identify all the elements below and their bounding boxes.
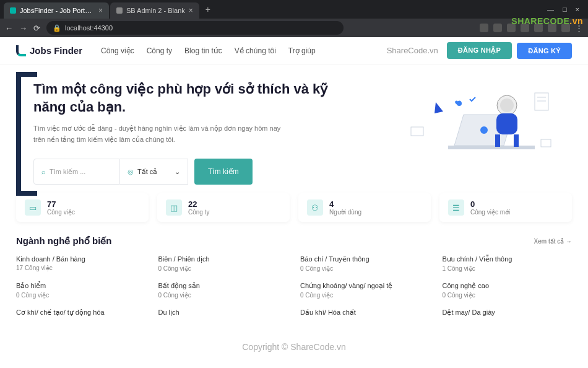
category-item[interactable]: Bất động sản0 Công việc: [158, 282, 288, 299]
category-item[interactable]: Dệt may/ Da giày: [443, 309, 573, 318]
svg-rect-13: [541, 139, 551, 147]
category-item[interactable]: Báo chí / Truyền thông0 Công việc: [300, 255, 430, 272]
nav-link-companies[interactable]: Công ty: [147, 46, 172, 55]
tab-title: JobsFinder - Job Portal Website T: [20, 7, 95, 14]
svg-rect-7: [514, 134, 519, 147]
forward-button[interactable]: →: [19, 24, 27, 33]
hero-section: Tìm một công việc phù hợp với sở thích v…: [0, 64, 588, 193]
stat-number: 4: [329, 199, 361, 209]
stat-number: 22: [188, 199, 209, 209]
nav-link-about[interactable]: Về chúng tôi: [235, 46, 276, 55]
browser-tabs-bar: JobsFinder - Job Portal Website T × SB A…: [0, 0, 588, 19]
nav-link-jobs[interactable]: Công việc: [101, 46, 134, 55]
svg-point-2: [480, 126, 488, 134]
url-text: localhost:44300: [65, 24, 113, 32]
document-icon: ☰: [448, 199, 464, 216]
lock-icon: 🔒: [53, 24, 61, 32]
minimize-button[interactable]: —: [547, 6, 554, 13]
hero-illustration: [399, 76, 572, 185]
category-item[interactable]: Kinh doanh / Bán hàng17 Công việc: [16, 255, 146, 272]
hero-subtitle: Tìm việc mơ ước dễ dàng - duyệt hàng ngh…: [33, 123, 293, 145]
site-header: Jobs Finder Công việc Công ty Blog tin t…: [0, 37, 588, 64]
svg-rect-9: [535, 93, 548, 110]
stat-label: Công việc: [47, 209, 75, 216]
close-icon[interactable]: ×: [98, 6, 103, 15]
building-icon: ◫: [166, 199, 182, 216]
logo-icon: [16, 45, 26, 56]
search-placeholder: Tìm kiếm ...: [50, 168, 85, 176]
category-item[interactable]: Biên / Phiên dịch0 Công việc: [158, 255, 288, 272]
search-button[interactable]: Tìm kiếm: [194, 159, 253, 185]
extension-icon[interactable]: [561, 24, 570, 32]
accent-border: [16, 72, 21, 196]
chevron-down-icon: ⌄: [175, 168, 180, 176]
browser-tab-2[interactable]: SB Admin 2 - Blank ×: [110, 2, 199, 19]
stat-card-jobs[interactable]: ▭ 77Công việc: [16, 193, 149, 222]
extension-icon[interactable]: [507, 24, 516, 32]
stat-label: Công ty: [188, 209, 209, 216]
extension-icon[interactable]: [480, 24, 488, 32]
extension-icon[interactable]: [534, 24, 543, 32]
stat-card-users[interactable]: ⚇ 4Người dùng: [298, 193, 431, 222]
stat-number: 0: [470, 199, 510, 209]
search-input[interactable]: ⌕ Tìm kiếm ...: [33, 159, 120, 185]
search-row: ⌕ Tìm kiếm ... ◎Tất cả ⌄ Tìm kiếm: [33, 159, 399, 185]
view-all-link[interactable]: Xem tất cả →: [534, 238, 572, 245]
search-icon: ⌕: [41, 168, 46, 175]
stat-label: Công việc mới: [470, 209, 510, 216]
svg-rect-0: [448, 146, 535, 149]
header-actions: ShareCode.vn ĐĂNG NHẬP ĐĂNG KÝ: [387, 42, 572, 59]
category-item[interactable]: Bảo hiểm0 Công việc: [16, 282, 146, 299]
users-icon: ⚇: [307, 199, 323, 216]
stat-label: Người dùng: [329, 209, 361, 216]
location-select[interactable]: ◎Tất cả ⌄: [120, 159, 188, 185]
location-value: Tất cả: [137, 168, 157, 175]
watermark-text: ShareCode.vn: [387, 46, 438, 55]
stat-card-new-jobs[interactable]: ☰ 0Công việc mới: [439, 193, 572, 222]
url-input[interactable]: 🔒 localhost:44300: [46, 21, 344, 35]
stat-number: 77: [47, 199, 75, 209]
svg-rect-6: [495, 134, 500, 147]
category-item[interactable]: Công nghệ cao0 Công việc: [443, 282, 573, 299]
browser-tab-1[interactable]: JobsFinder - Job Portal Website T ×: [4, 2, 109, 19]
svg-point-4: [500, 99, 514, 112]
category-item[interactable]: Cơ khí/ chế tạo/ tự động hóa: [16, 309, 146, 318]
close-icon[interactable]: ×: [189, 6, 193, 15]
nav-link-blog[interactable]: Blog tin tức: [184, 46, 222, 55]
categories-header: Ngành nghề phổ biến Xem tất cả →: [0, 222, 588, 255]
menu-button[interactable]: ⋮: [575, 24, 583, 33]
reload-button[interactable]: ⟳: [33, 24, 40, 33]
tab-title: SB Admin 2 - Blank: [126, 7, 185, 14]
extension-icon[interactable]: [493, 24, 502, 32]
extension-icon[interactable]: [521, 24, 529, 32]
address-bar: ← → ⟳ 🔒 localhost:44300 ⋮: [0, 19, 588, 37]
stats-row: ▭ 77Công việc ◫ 22Công ty ⚇ 4Người dùng …: [0, 193, 588, 222]
login-button[interactable]: ĐĂNG NHẬP: [447, 42, 512, 59]
categories-title: Ngành nghề phổ biến: [16, 235, 111, 247]
page-content: Jobs Finder Công việc Công ty Blog tin t…: [0, 37, 588, 368]
category-item[interactable]: Chứng khoáng/ vàng/ ngoại tệ0 Công việc: [300, 282, 430, 299]
maximize-button[interactable]: □: [563, 6, 567, 13]
category-item[interactable]: Dầu khí/ Hóa chất: [300, 309, 430, 318]
nav-link-help[interactable]: Trợ giúp: [288, 46, 316, 55]
categories-grid: Kinh doanh / Bán hàng17 Công việc Biên /…: [0, 255, 588, 318]
copyright-watermark: Copyright © ShareCode.vn: [242, 342, 346, 352]
category-item[interactable]: Du lịch: [158, 309, 288, 318]
briefcase-icon: ▭: [25, 199, 41, 216]
location-icon: ◎: [128, 168, 134, 175]
extension-icon[interactable]: [548, 24, 556, 32]
close-window-button[interactable]: ×: [576, 6, 579, 13]
main-nav: Công việc Công ty Blog tin tức Về chúng …: [101, 46, 316, 55]
category-item[interactable]: Bưu chính / Viễn thông1 Công việc: [443, 255, 573, 272]
logo[interactable]: Jobs Finder: [16, 45, 82, 56]
stat-card-companies[interactable]: ◫ 22Công ty: [157, 193, 290, 222]
new-tab-button[interactable]: +: [201, 4, 215, 14]
brand-name: Jobs Finder: [30, 45, 82, 56]
window-controls: — □ ×: [547, 6, 584, 13]
favicon-icon: [116, 7, 123, 14]
register-button[interactable]: ĐĂNG KÝ: [517, 43, 572, 59]
favicon-icon: [10, 7, 16, 14]
hero-title: Tìm một công việc phù hợp với sở thích v…: [33, 81, 331, 116]
back-button[interactable]: ←: [5, 24, 13, 33]
extension-icons: ⋮: [480, 24, 583, 33]
